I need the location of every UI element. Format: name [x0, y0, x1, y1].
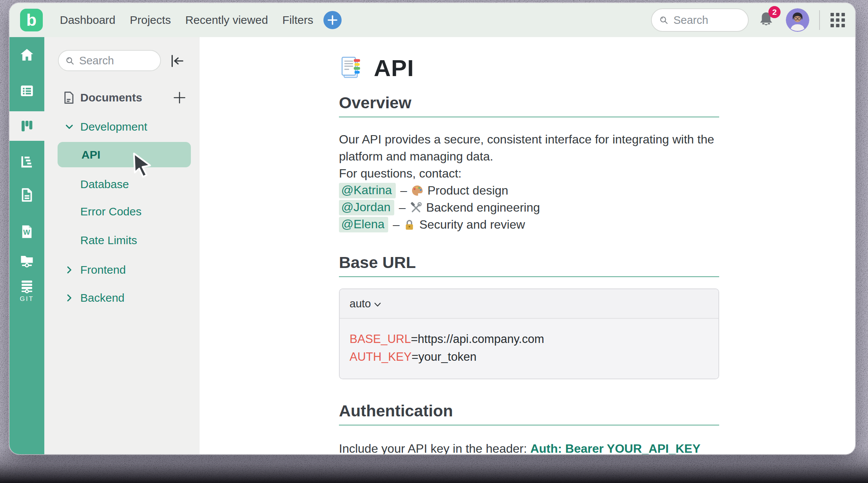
sidebar-item-frontend[interactable]: Frontend [44, 259, 200, 280]
rail-item-outline[interactable] [9, 147, 44, 176]
overview-heading: Overview [339, 93, 719, 112]
code-key: BASE_URL [350, 332, 411, 346]
add-button[interactable] [323, 11, 342, 29]
code-key: AUTH_KEY [350, 350, 412, 363]
mention-chip[interactable]: @Jordan [339, 200, 394, 215]
collapse-to-left-icon [170, 55, 184, 67]
sidebar-search-input[interactable] [79, 55, 155, 67]
contact-intro: For questions, contact: [339, 165, 719, 182]
code-line: BASE_URL=https://api.company.com [350, 330, 709, 348]
document-icon [19, 187, 35, 203]
topbar: b Dashboard Projects Recently viewed Fil… [9, 3, 855, 37]
collapse-sidebar-button[interactable] [170, 55, 185, 68]
palette-icon [411, 184, 424, 197]
separator: – [400, 184, 407, 198]
documents-icon [62, 91, 75, 104]
rail-item-table[interactable] [9, 76, 44, 106]
topbar-divider [819, 10, 820, 30]
plus-icon [173, 91, 186, 104]
code-language-dropdown[interactable]: auto [340, 289, 718, 319]
section-divider [339, 117, 719, 117]
section-divider [339, 425, 719, 425]
lock-icon [403, 218, 415, 231]
rail-item-kanban-active[interactable] [9, 111, 44, 141]
tree-label: Rate Limits [80, 234, 137, 247]
tree-label: Backend [80, 291, 125, 304]
tools-icon [409, 201, 422, 214]
sidebar-item-error-codes[interactable]: Error Codes [44, 201, 200, 222]
tree-label: Frontend [80, 263, 126, 276]
rail-item-home[interactable] [9, 40, 44, 70]
nav-item-projects[interactable]: Projects [130, 14, 171, 26]
avatar-photo [786, 8, 809, 32]
contact-row: @Jordan – Back [339, 199, 719, 216]
overview-paragraph: Our API provides a secure, consistent in… [339, 131, 719, 165]
documents-sidebar: Documents Development [44, 37, 200, 454]
code-value: =your_token [412, 350, 476, 363]
separator: – [399, 201, 406, 215]
mention-chip[interactable]: @Elena [339, 217, 388, 232]
search-icon [66, 56, 74, 66]
sidebar-item-backend[interactable]: Backend [44, 287, 200, 308]
sidebar-item-database[interactable]: Database [44, 174, 200, 195]
tree-label: API [81, 148, 100, 161]
nav-item-recently-viewed[interactable]: Recently viewed [185, 14, 268, 26]
chevron-right-icon [65, 294, 73, 302]
auth-paragraph: Include your API key in the header: Auth… [339, 440, 719, 454]
global-search[interactable] [651, 8, 749, 32]
table-list-icon [19, 83, 35, 99]
rail-item-word-doc[interactable]: W [9, 217, 44, 246]
add-document-button[interactable] [173, 91, 186, 104]
bookmark-tabs-icon [339, 55, 364, 81]
documents-header[interactable]: Documents [58, 88, 186, 108]
nav-item-dashboard[interactable]: Dashboard [60, 14, 116, 26]
code-value: =https://api.company.com [411, 332, 544, 346]
folder-network-icon [19, 252, 35, 269]
tree-label: Database [80, 178, 129, 191]
mention-chip[interactable]: @Katrina [339, 183, 396, 198]
svg-text:W: W [23, 228, 30, 236]
sidebar-item-api-selected[interactable]: API [58, 142, 191, 167]
outline-tree-icon [19, 154, 35, 170]
apps-grid-icon [830, 12, 846, 28]
topbar-right-cluster: 2 [651, 8, 846, 32]
chevron-down-icon [65, 123, 73, 131]
auth-header-code: Auth: Bearer YOUR_API_KEY [530, 442, 700, 454]
sidebar-item-rate-limits[interactable]: Rate Limits [44, 230, 200, 251]
rail-item-git[interactable]: GIT [9, 272, 44, 310]
separator: – [393, 218, 400, 232]
contact-role: Backend engineering [426, 201, 540, 215]
desktop-background: b Dashboard Projects Recently viewed Fil… [0, 0, 868, 483]
section-divider [339, 276, 719, 277]
code-line: AUTH_KEY=your_token [350, 348, 709, 366]
tree-label: Development [80, 120, 147, 133]
global-search-input[interactable] [673, 14, 741, 26]
nav-item-filters[interactable]: Filters [283, 14, 314, 26]
rail-item-document[interactable] [9, 180, 44, 210]
icon-rail: W [9, 37, 44, 454]
app-window: b Dashboard Projects Recently viewed Fil… [9, 3, 855, 454]
code-language-value: auto [350, 298, 371, 310]
auth-text: Include your API key in the header: [339, 442, 530, 454]
notifications-button[interactable]: 2 [758, 11, 774, 30]
user-avatar[interactable] [786, 8, 809, 32]
document-pane: API Overview Our API provides a secure, … [200, 37, 855, 454]
word-doc-icon: W [19, 224, 35, 240]
contact-role: Security and review [419, 218, 525, 232]
notification-badge: 2 [768, 6, 781, 18]
chevron-right-icon [65, 266, 73, 274]
app-logo[interactable]: b [20, 9, 43, 31]
contact-role: Product design [428, 184, 508, 198]
plus-icon [328, 15, 337, 25]
rail-item-shared-folder[interactable] [9, 246, 44, 275]
sidebar-search[interactable] [58, 50, 161, 71]
page-title-row: API [339, 54, 719, 82]
code-body: BASE_URL=https://api.company.com AUTH_KE… [340, 319, 718, 379]
sidebar-item-development[interactable]: Development [44, 116, 200, 137]
git-label: GIT [20, 295, 34, 303]
document-article: API Overview Our API provides a secure, … [339, 37, 719, 454]
apps-grid-button[interactable] [830, 12, 846, 28]
base-url-heading: Base URL [339, 253, 719, 272]
contact-row: @Katrina – Product design [339, 182, 719, 199]
page-title: API [374, 55, 414, 81]
